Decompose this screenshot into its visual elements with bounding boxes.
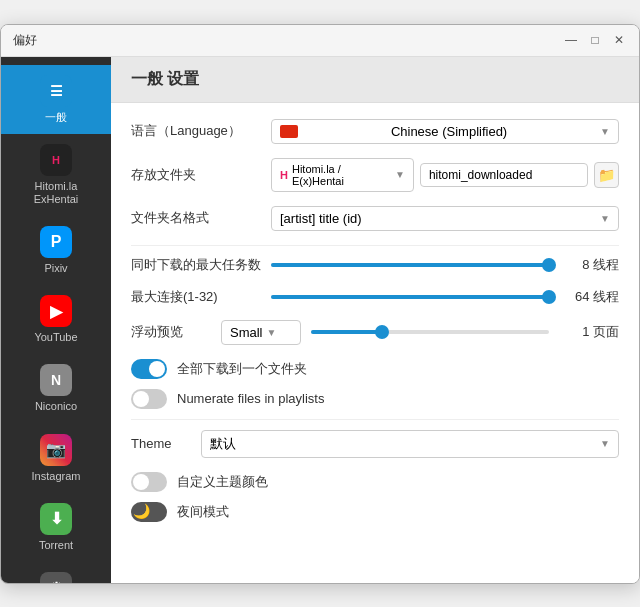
sidebar-item-advanced[interactable]: ⚙ 高级 [1, 562, 111, 583]
language-label: 语言（Language） [131, 122, 261, 140]
folder-format-select[interactable]: [artist] title (id) ▼ [271, 206, 619, 231]
folder-format-row: 文件夹名格式 [artist] title (id) ▼ [131, 206, 619, 231]
sidebar-label-general: 一般 [45, 111, 67, 124]
max-tasks-value: 8 线程 [559, 256, 619, 274]
instagram-icon: 📷 [40, 434, 72, 466]
max-tasks-fill [271, 263, 549, 267]
main-window: 偏好 — □ ✕ ☰ 一般 H Hitomi.laExHentai P [0, 24, 640, 584]
folder-browse-button[interactable]: 📁 [594, 162, 619, 188]
numerate-label: Numerate files in playlists [177, 391, 324, 406]
sidebar-label-pixiv: Pixiv [44, 262, 67, 275]
niconico-icon: N [40, 364, 72, 396]
divider-1 [131, 245, 619, 246]
hitomi-icon: H [40, 144, 72, 176]
sidebar-item-youtube[interactable]: ▶ YouTube [1, 285, 111, 354]
content-area: ☰ 一般 H Hitomi.laExHentai P Pixiv ▶ YouTu… [1, 57, 639, 583]
night-mode-row: 🌙 夜间模式 [131, 502, 619, 522]
divider-2 [131, 419, 619, 420]
sidebar-label-youtube: YouTube [34, 331, 77, 344]
general-icon: ☰ [40, 75, 72, 107]
minimize-button[interactable]: — [563, 32, 579, 48]
max-tasks-row: 同时下载的最大任务数 8 线程 [131, 256, 619, 274]
main-body: 语言（Language） Chinese (Simplified) ▼ 存放文件… [111, 103, 639, 548]
maximize-button[interactable]: □ [587, 32, 603, 48]
preview-slider[interactable] [311, 330, 549, 334]
save-folder-row: 存放文件夹 H Hitomi.la / E(x)Hentai ▼ 📁 [131, 158, 619, 192]
download-all-toggle[interactable] [131, 359, 167, 379]
max-conn-value: 64 线程 [559, 288, 619, 306]
max-conn-track [271, 295, 549, 299]
folder-path-input[interactable] [420, 163, 588, 187]
preview-pages-value: 1 页面 [559, 323, 619, 341]
theme-value: 默认 [210, 435, 236, 453]
download-all-row: 全部下载到一个文件夹 [131, 359, 619, 379]
custom-theme-row: 自定义主题颜色 [131, 472, 619, 492]
preview-thumb[interactable] [375, 325, 389, 339]
download-all-label: 全部下载到一个文件夹 [177, 360, 307, 378]
folder-site-value: Hitomi.la / E(x)Hentai [292, 163, 391, 187]
folder-row: H Hitomi.la / E(x)Hentai ▼ 📁 [271, 158, 619, 192]
moon-icon: 🌙 [133, 503, 150, 519]
youtube-icon: ▶ [40, 295, 72, 327]
download-all-thumb [149, 361, 165, 377]
folder-site-select[interactable]: H Hitomi.la / E(x)Hentai ▼ [271, 158, 414, 192]
sidebar: ☰ 一般 H Hitomi.laExHentai P Pixiv ▶ YouTu… [1, 57, 111, 583]
night-mode-toggle[interactable]: 🌙 [131, 502, 167, 522]
close-button[interactable]: ✕ [611, 32, 627, 48]
sidebar-label-niconico: Niconico [35, 400, 77, 413]
preview-row: 浮动预览 Small ▼ 1 页面 [131, 320, 619, 345]
sidebar-item-hitomi[interactable]: H Hitomi.laExHentai [1, 134, 111, 216]
preview-fill [311, 330, 382, 334]
folder-format-value: [artist] title (id) [280, 211, 362, 226]
night-mode-label: 夜间模式 [177, 503, 229, 521]
preview-track [311, 330, 549, 334]
max-conn-label: 最大连接(1-32) [131, 288, 261, 306]
pixiv-icon: P [40, 226, 72, 258]
page-title: 一般 设置 [131, 69, 619, 90]
theme-label: Theme [131, 436, 191, 451]
max-tasks-thumb[interactable] [542, 258, 556, 272]
sidebar-label-torrent: Torrent [39, 539, 73, 552]
max-tasks-slider[interactable] [271, 263, 549, 267]
max-conn-row: 最大连接(1-32) 64 线程 [131, 288, 619, 306]
save-folder-label: 存放文件夹 [131, 166, 261, 184]
theme-row: Theme 默认 ▼ [131, 430, 619, 458]
torrent-icon: ⬇ [40, 503, 72, 535]
theme-select[interactable]: 默认 ▼ [201, 430, 619, 458]
max-conn-fill [271, 295, 549, 299]
sidebar-item-general[interactable]: ☰ 一般 [1, 65, 111, 134]
main-panel: 一般 设置 语言（Language） Chinese (Simplified) … [111, 57, 639, 583]
custom-theme-thumb [133, 474, 149, 490]
theme-arrow: ▼ [600, 438, 610, 449]
sidebar-item-torrent[interactable]: ⬇ Torrent [1, 493, 111, 562]
window-title: 偏好 [13, 32, 37, 49]
sidebar-label-hitomi: Hitomi.laExHentai [34, 180, 79, 206]
sidebar-item-instagram[interactable]: 📷 Instagram [1, 424, 111, 493]
max-conn-thumb[interactable] [542, 290, 556, 304]
numerate-thumb [133, 391, 149, 407]
folder-site-arrow: ▼ [395, 169, 405, 180]
max-tasks-track [271, 263, 549, 267]
titlebar: 偏好 — □ ✕ [1, 25, 639, 57]
window-controls: — □ ✕ [563, 32, 627, 48]
numerate-toggle[interactable] [131, 389, 167, 409]
sidebar-item-niconico[interactable]: N Niconico [1, 354, 111, 423]
custom-theme-toggle[interactable] [131, 472, 167, 492]
advanced-icon: ⚙ [40, 572, 72, 583]
preview-size-arrow: ▼ [267, 327, 277, 338]
language-row: 语言（Language） Chinese (Simplified) ▼ [131, 119, 619, 144]
max-tasks-label: 同时下载的最大任务数 [131, 256, 261, 274]
folder-format-label: 文件夹名格式 [131, 209, 261, 227]
main-header: 一般 设置 [111, 57, 639, 103]
language-value: Chinese (Simplified) [391, 124, 507, 139]
sidebar-label-instagram: Instagram [32, 470, 81, 483]
max-conn-slider[interactable] [271, 295, 549, 299]
language-select[interactable]: Chinese (Simplified) ▼ [271, 119, 619, 144]
custom-theme-label: 自定义主题颜色 [177, 473, 268, 491]
sidebar-item-pixiv[interactable]: P Pixiv [1, 216, 111, 285]
preview-label: 浮动预览 [131, 323, 211, 341]
preview-size-value: Small [230, 325, 263, 340]
preview-size-select[interactable]: Small ▼ [221, 320, 301, 345]
flag-icon [280, 125, 298, 138]
folder-format-arrow: ▼ [600, 213, 610, 224]
